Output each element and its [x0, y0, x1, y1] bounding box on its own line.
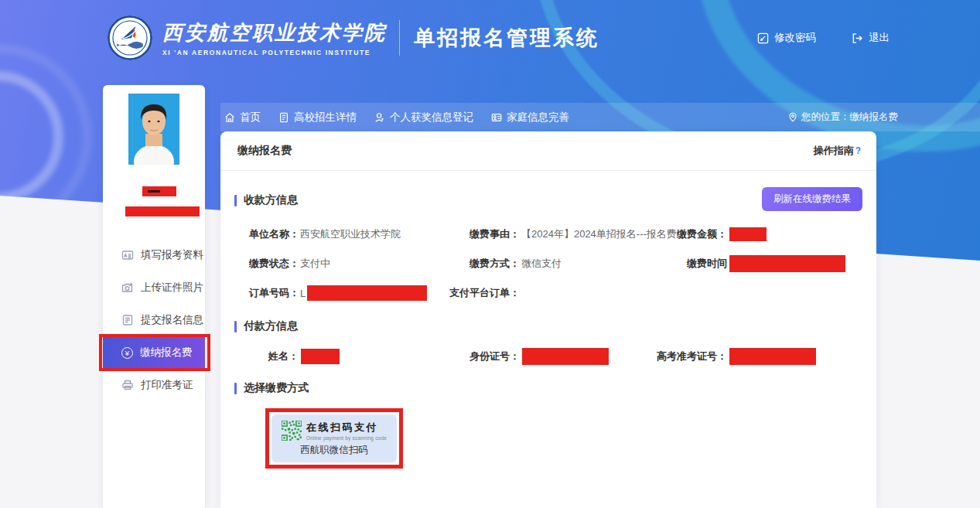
- sidebar-item-fill-application[interactable]: 填写报考资料: [103, 239, 205, 271]
- app-header: 西安航空职业技术学院 XI 'AN AERONAUTICAL POLYTECHN…: [107, 0, 599, 76]
- school-name-en: XI 'AN AERONAUTICAL POLYTECHNIC INSTITUT…: [162, 49, 387, 56]
- redaction-box: [142, 186, 176, 196]
- sidebar-item-label: 上传证件照片: [141, 281, 203, 295]
- header-actions: 修改密码 退出: [757, 0, 890, 76]
- help-question-icon: ?: [855, 145, 861, 156]
- person-icon: [374, 112, 385, 123]
- change-password-button[interactable]: 修改密码: [757, 31, 816, 45]
- home-icon: [224, 112, 235, 123]
- operation-guide-link[interactable]: 操作指南?: [814, 144, 861, 158]
- field-unit-name: 单位名称： 西安航空职业技术学院: [249, 226, 464, 243]
- redaction-box: [729, 348, 816, 365]
- field-payment-time: 缴费时间: [669, 255, 869, 272]
- field-order-number: 订单号码： L: [249, 285, 464, 302]
- field-label: 缴费方式：: [464, 257, 520, 271]
- sidebar-item-upload-photo[interactable]: 上传证件照片: [103, 271, 205, 304]
- payer-row: 姓名： 身份证号： 高考准考证号：: [249, 348, 869, 365]
- location-pin-icon: [788, 112, 797, 122]
- payee-section-title: 收款方信息: [234, 193, 298, 207]
- field-label: 单位名称：: [249, 227, 299, 241]
- online-scan-pay-option[interactable]: 在线扫码支付 Online payment by scanning code 西…: [271, 414, 397, 462]
- pay-option-text: 在线扫码支付 Online payment by scanning code: [306, 421, 387, 441]
- header-divider: [399, 20, 400, 56]
- card-header: 缴纳报名费 操作指南?: [220, 131, 876, 171]
- field-label: 支付平台订单：: [446, 286, 520, 300]
- redaction-box: [125, 206, 200, 216]
- field-label: 订单号码：: [249, 286, 299, 300]
- form-icon: [121, 249, 134, 261]
- field-label: 缴费状态：: [249, 257, 299, 271]
- field-value: 微信支付: [521, 257, 562, 271]
- sidebar-item-label: 打印准考证: [141, 378, 193, 392]
- payee-row-1: 单位名称： 西安航空职业技术学院 缴费事由： 【2024年】2024单招报名--…: [249, 226, 869, 243]
- field-payment-amount: 缴费金额：: [669, 226, 869, 243]
- field-value: L: [300, 288, 306, 299]
- document-icon: [278, 112, 289, 123]
- field-value: 西安航空职业技术学院: [300, 227, 401, 241]
- page-title: 缴纳报名费: [237, 144, 292, 158]
- breadcrumb-location-label: 您的位置：缴纳报名费: [801, 111, 898, 124]
- field-value: 支付中: [300, 257, 330, 271]
- printer-icon: [121, 379, 134, 391]
- payment-method-section-label: 选择缴费方式: [244, 381, 309, 395]
- school-logo: [107, 15, 153, 61]
- redaction-box: [301, 349, 340, 364]
- field-payment-status: 缴费状态： 支付中: [249, 255, 464, 272]
- logout-button[interactable]: 退出: [852, 31, 890, 45]
- field-label: 姓名：: [249, 349, 299, 363]
- camera-icon: [121, 281, 134, 294]
- sidebar-item-print-ticket[interactable]: 打印准考证: [103, 369, 205, 401]
- sidebar-item-label: 缴纳报名费: [140, 346, 193, 360]
- tab-home-label: 首页: [240, 111, 261, 124]
- submit-document-icon: [121, 314, 134, 326]
- sidebar-item-label: 填写报考资料: [141, 248, 203, 262]
- pay-option-header: 在线扫码支付 Online payment by scanning code: [282, 421, 387, 441]
- field-name: 姓名：: [249, 348, 464, 365]
- section-accent-bar: [234, 195, 237, 206]
- logout-icon: [852, 32, 863, 44]
- section-accent-bar: [234, 321, 237, 332]
- logout-label: 退出: [869, 31, 890, 45]
- payee-section-label: 收款方信息: [244, 193, 298, 207]
- pay-option-subtitle: Online payment by scanning code: [306, 435, 387, 441]
- redaction-box: [522, 348, 609, 365]
- field-label: 高考准考证号：: [656, 349, 727, 363]
- id-photo: [128, 94, 179, 165]
- top-nav-bar: 首页 高校招生详情 个人获奖信息登记 家庭信息完善 您的: [220, 103, 980, 131]
- payment-method-section-title: 选择缴费方式: [234, 381, 309, 395]
- pay-option-caption: 西航职微信扫码: [300, 444, 368, 457]
- field-exam-ticket-number: 高考准考证号：: [669, 348, 869, 365]
- redaction-box: [307, 285, 427, 301]
- field-platform-order: 支付平台订单：: [464, 285, 669, 302]
- field-payment-reason: 缴费事由： 【2024年】2024单招报名---报名费: [464, 226, 669, 243]
- tab-family-info[interactable]: 家庭信息完善: [491, 111, 569, 124]
- family-card-icon: [491, 112, 502, 123]
- payer-section-label: 付款方信息: [244, 319, 298, 333]
- school-name-block: 西安航空职业技术学院 XI 'AN AERONAUTICAL POLYTECHN…: [162, 19, 387, 56]
- sidebar-item-pay-fee[interactable]: 缴纳报名费: [103, 337, 205, 368]
- system-title: 单招报名管理系统: [414, 24, 599, 52]
- tab-award-registration-label: 个人获奖信息登记: [390, 111, 473, 124]
- sidebar: 填写报考资料 上传证件照片 提交报名信息 缴纳报名费: [103, 85, 205, 508]
- section-accent-bar: [234, 383, 237, 394]
- pay-option-title: 在线扫码支付: [306, 421, 387, 435]
- tab-award-registration[interactable]: 个人获奖信息登记: [374, 111, 473, 124]
- qr-code-icon: [282, 421, 302, 441]
- empty-cell: [669, 285, 869, 302]
- refresh-payment-result-button[interactable]: 刷新在线缴费结果: [762, 187, 862, 211]
- tab-enrollment-details[interactable]: 高校招生详情: [278, 111, 357, 124]
- field-label: 身份证号：: [464, 349, 520, 363]
- redaction-box: [729, 255, 845, 272]
- payer-section-title: 付款方信息: [234, 319, 298, 333]
- breadcrumb-location: 您的位置：缴纳报名费: [788, 111, 980, 124]
- field-label: 缴费金额：: [669, 227, 727, 241]
- tab-home[interactable]: 首页: [224, 111, 261, 124]
- sidebar-item-submit-info[interactable]: 提交报名信息: [103, 304, 205, 336]
- field-value: 【2024年】2024单招报名---报名费: [521, 227, 677, 241]
- sidebar-menu: 填写报考资料 上传证件照片 提交报名信息 缴纳报名费: [103, 239, 205, 401]
- redaction-box: [729, 227, 767, 241]
- content-card: 缴纳报名费 操作指南? 刷新在线缴费结果 收款方信息 单位名称： 西安航空职业技…: [220, 131, 876, 508]
- field-label: 缴费事由：: [464, 227, 520, 241]
- operation-guide-label: 操作指南: [814, 145, 854, 156]
- sidebar-item-label: 提交报名信息: [141, 313, 203, 327]
